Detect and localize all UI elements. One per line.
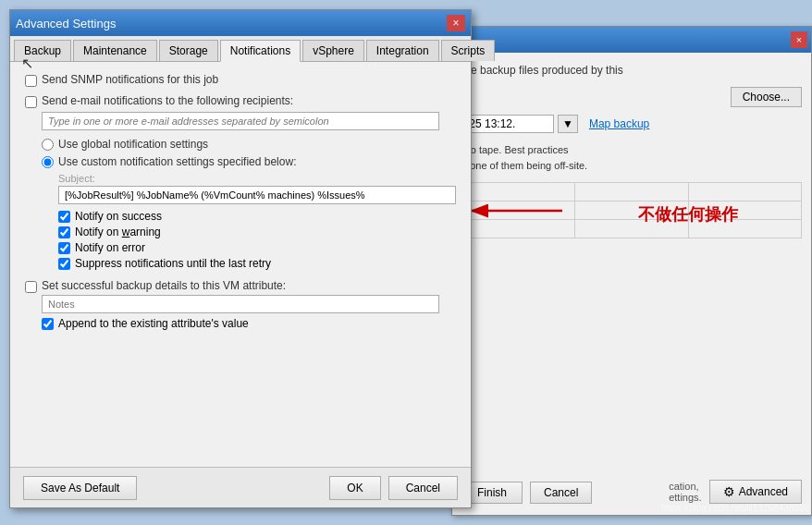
notify-section: Notify on success Notify on warning Noti… [58,210,456,270]
dialog-content: Send SNMP notifications for this job Sen… [10,62,471,341]
email-checkbox[interactable] [25,96,37,108]
append-label: Append to the existing attribute's value [58,317,249,330]
footer-left: Save As Default [23,476,137,500]
radio-global-label[interactable]: Use global notification settings [42,138,456,151]
email-section: Send e-mail notifications to the followi… [25,94,456,130]
save-default-button[interactable]: Save As Default [23,476,137,500]
bg-titlebar: × [452,27,811,53]
notify-error-row: Notify on error [58,241,456,254]
date-input[interactable] [461,115,554,133]
tabs-bar: Backup Maintenance Storage Notifications… [10,36,471,62]
radio-custom[interactable] [42,156,54,168]
notes-input[interactable] [42,295,439,313]
dialog-titlebar: Advanced Settings × [10,10,471,36]
radio-global-text: Use global notification settings [58,138,208,151]
dialog-footer: Save As Default OK Cancel [10,467,471,507]
notify-success-checkbox[interactable] [58,211,70,223]
subject-input[interactable] [58,186,456,204]
snmp-label-text: Send SNMP notifications for this job [42,73,218,86]
footer-right: OK Cancel [329,476,458,500]
email-checkbox-label[interactable]: Send e-mail notifications to the followi… [25,94,293,108]
choose-button[interactable]: Choose... [731,87,802,107]
notify-success-label: Notify on success [75,210,162,223]
notify-warning-row: Notify on warning [58,226,456,238]
tab-maintenance[interactable]: Maintenance [73,40,157,61]
vm-attr-section: Set successful backup details to this VM… [25,279,456,330]
tab-scripts[interactable]: Scripts [441,40,496,61]
radio-custom-label[interactable]: Use custom notification settings specifi… [42,155,456,168]
tab-storage[interactable]: Storage [159,40,218,61]
advanced-button[interactable]: ⚙ Advanced [709,480,802,504]
red-arrow-icon [461,192,572,229]
advanced-settings-dialog: Advanced Settings × ↖ Backup Maintenance… [9,9,472,508]
map-backup-link[interactable]: Map backup [589,116,649,133]
dialog-close-button[interactable]: × [447,15,465,31]
dropdown-arrow[interactable]: ▼ [558,115,578,133]
background-window: × the backup files produced by this Choo… [451,26,812,516]
notify-success-row: Notify on success [58,210,456,223]
email-input-wrapper [42,110,473,130]
radio-custom-text: Use custom notification settings specifi… [58,155,296,168]
tab-notifications[interactable]: Notifications [220,40,301,62]
subject-section: Subject: [58,173,456,204]
notify-warning-checkbox[interactable] [58,226,70,238]
bg-cancel-button[interactable]: Cancel [530,482,592,504]
radio-global[interactable] [42,139,54,151]
bg-text3: cation,ettings. [669,481,701,503]
cursor-indicator: ↖ [21,55,33,72]
bg-close-button[interactable]: × [791,31,807,48]
chinese-annotation: 不做任何操作 [638,203,738,226]
radio-group: Use global notification settings Use cus… [42,138,456,168]
ok-button[interactable]: OK [329,476,380,500]
dialog-title: Advanced Settings [16,17,116,31]
snmp-checkbox-label[interactable]: Send SNMP notifications for this job [25,73,218,87]
bg-footer-buttons: Finish Cancel [461,482,592,504]
notify-warning-label: Notify on warning [75,226,161,238]
email-label-text: Send e-mail notifications to the followi… [42,94,293,107]
subject-label: Subject: [58,173,456,184]
vm-attr-checkbox-label[interactable]: Set successful backup details to this VM… [25,279,456,293]
notify-error-checkbox[interactable] [58,242,70,254]
tab-integration[interactable]: Integration [366,40,439,61]
notify-suppress-label: Suppress notifications until the last re… [75,257,271,270]
append-checkbox[interactable] [42,318,54,330]
snmp-checkbox[interactable] [25,75,37,87]
tab-vsphere[interactable]: vSphere [302,40,364,61]
bg-text2: r to tape. Best practiceso one of them b… [461,142,802,173]
vm-attr-label-text: Set successful backup details to this VM… [42,279,286,292]
bg-text1: the backup files produced by this [461,62,802,79]
gear-icon: ⚙ [723,484,735,499]
append-row: Append to the existing attribute's value [42,317,456,330]
notify-suppress-checkbox[interactable] [58,258,70,270]
advanced-label: Advanced [739,485,788,498]
snmp-row: Send SNMP notifications for this job [25,73,456,87]
notify-suppress-row: Suppress notifications until the last re… [58,257,456,270]
email-input[interactable] [42,112,439,130]
watermark: https://blog.csdn.net/lij13258438698 [661,503,809,513]
cancel-button[interactable]: Cancel [388,476,458,500]
vm-attr-checkbox[interactable] [25,281,37,293]
notify-error-label: Notify on error [75,241,145,254]
bg-bottom-row: cation,ettings. ⚙ Advanced [669,480,802,504]
